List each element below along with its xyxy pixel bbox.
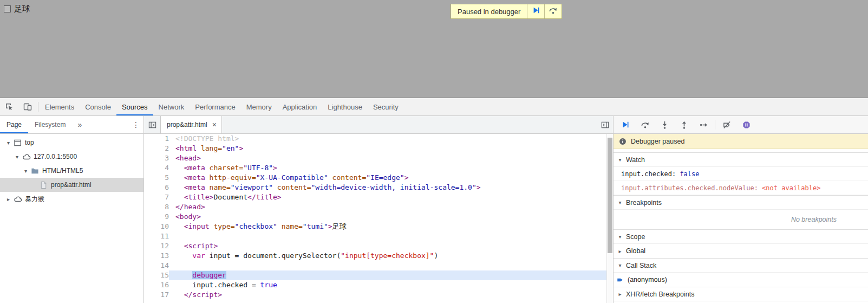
banner-resume-button[interactable] (527, 4, 544, 18)
navigator-tab-page[interactable]: Page (0, 116, 28, 133)
line-number[interactable]: 3 (144, 153, 169, 163)
tab-console[interactable]: Console (80, 98, 116, 115)
tab-application[interactable]: Application (277, 98, 323, 115)
code-text[interactable]: <script> (169, 241, 613, 251)
tab-performance[interactable]: Performance (190, 98, 240, 115)
file-tab-label: prop&attr.html (167, 121, 207, 128)
line-number[interactable]: 17 (144, 290, 169, 300)
code-text[interactable]: </head> (169, 202, 613, 212)
close-tab-icon[interactable]: × (212, 121, 217, 128)
line-number[interactable]: 15 (144, 270, 169, 280)
watch-expression[interactable]: input.attributes.checked.nodeValue: <not… (614, 181, 868, 195)
deactivate-breakpoints-button[interactable] (717, 118, 736, 132)
line-number[interactable]: 2 (144, 144, 169, 153)
tree-item-top[interactable]: ▾top (0, 136, 143, 150)
step-out-button[interactable] (674, 118, 694, 132)
code-token (175, 252, 192, 260)
banner-step-over-button[interactable] (545, 4, 562, 18)
triangle-down-icon: ▾ (617, 234, 623, 240)
inspect-element-icon[interactable] (0, 98, 18, 115)
hide-navigator-icon[interactable] (144, 116, 160, 133)
scope-section-header[interactable]: ▾ Scope (614, 230, 868, 244)
code-text[interactable] (169, 231, 613, 241)
tab-elements[interactable]: Elements (40, 98, 80, 115)
line-number[interactable]: 7 (144, 192, 169, 202)
triangle-down-icon[interactable]: ▾ (22, 168, 30, 174)
code-text[interactable]: var input = document.querySelector("inpu… (169, 251, 613, 261)
pause-on-exceptions-button[interactable] (736, 118, 756, 132)
line-number[interactable]: 14 (144, 261, 169, 270)
step-over-button[interactable] (635, 118, 655, 132)
editor-scrollbar[interactable] (606, 134, 613, 303)
watch-section-header[interactable]: ▾ Watch (614, 153, 868, 167)
line-number[interactable]: 10 (144, 222, 169, 231)
code-text[interactable]: <meta charset="UTF-8"> (169, 163, 613, 173)
triangle-down-icon[interactable]: ▾ (4, 140, 12, 146)
resume-icon (532, 7, 540, 16)
tab-security[interactable]: Security (368, 98, 404, 115)
line-number[interactable]: 8 (144, 202, 169, 212)
code-text[interactable]: <html lang="en"> (169, 144, 613, 153)
scrollbar-thumb[interactable] (608, 138, 612, 253)
device-toolbar-icon[interactable] (18, 98, 37, 115)
navigator-tab-filesystem[interactable]: Filesystem (28, 116, 72, 133)
code-text[interactable]: <head> (169, 153, 613, 163)
tree-item-HTML/HTML5[interactable]: ▾HTML/HTML5 (0, 164, 143, 178)
more-options-icon[interactable]: ⋮ (128, 116, 143, 133)
triangle-down-icon[interactable]: ▾ (13, 154, 21, 160)
devtools-panel: ElementsConsoleSourcesNetworkPerformance… (0, 98, 868, 303)
code-text[interactable]: <input type="checkbox" name="tumi">足球 (169, 222, 613, 231)
toggle-debugger-pane-icon[interactable] (597, 116, 613, 133)
code-token: var (192, 252, 205, 260)
checkbox[interactable] (4, 5, 11, 12)
tree-item-prop&attr.html[interactable]: prop&attr.html (0, 178, 143, 192)
step-into-button[interactable] (655, 118, 674, 132)
code-token: Document (213, 193, 247, 201)
resume-button[interactable] (616, 118, 635, 132)
code-text[interactable]: <title>Document</title> (169, 192, 613, 202)
file-tab[interactable]: prop&attr.html × (160, 116, 222, 133)
watch-expression[interactable]: input.checked: false (614, 167, 868, 181)
call-stack-frame[interactable]: (anonymous) (614, 273, 868, 287)
code-token: http-equiv= (205, 173, 256, 182)
code-text[interactable] (169, 261, 613, 270)
tab-sources[interactable]: Sources (116, 98, 153, 115)
code-token: > (404, 173, 409, 182)
tab-memory[interactable]: Memory (241, 98, 277, 115)
line-number[interactable]: 1 (144, 134, 169, 144)
line-number[interactable]: 4 (144, 163, 169, 173)
triangle-right-icon[interactable]: ▸ (4, 196, 12, 202)
code-text[interactable]: <body> (169, 212, 613, 222)
code-token: <meta (184, 183, 205, 191)
code-text[interactable]: input.checked = true (169, 280, 613, 290)
breakpoints-section-header[interactable]: ▾ Breakpoints (614, 196, 868, 210)
tree-item-暴力猴[interactable]: ▸暴力猴 (0, 192, 143, 206)
tree-item-127.0.0.1:5500[interactable]: ▾127.0.0.1:5500 (0, 150, 143, 164)
tab-network[interactable]: Network (153, 98, 190, 115)
call-stack-section-header[interactable]: ▾ Call Stack (614, 259, 868, 273)
section-title: Call Stack (626, 262, 656, 269)
triangle-right-icon[interactable]: ▸ (617, 248, 623, 254)
line-number[interactable]: 11 (144, 231, 169, 241)
line-number[interactable]: 9 (144, 212, 169, 222)
line-number[interactable]: 5 (144, 173, 169, 183)
code-line-17: 17 </script> (144, 290, 613, 300)
code-text[interactable]: <meta http-equiv="X-UA-Compatible" conte… (169, 173, 613, 183)
code-token: "X-UA-Compatible" (256, 173, 328, 182)
tab-lighthouse[interactable]: Lighthouse (322, 98, 368, 115)
code-line-2: 2<html lang="en"> (144, 144, 613, 153)
scope-item-global[interactable]: ▸Global (614, 244, 868, 258)
line-number[interactable]: 12 (144, 241, 169, 251)
line-number[interactable]: 16 (144, 280, 169, 290)
code-text[interactable]: <meta name="viewport" content="width=dev… (169, 183, 613, 192)
code-text[interactable]: debugger (169, 270, 613, 280)
more-tabs-icon[interactable]: » (72, 116, 87, 133)
section-title: Breakpoints (626, 199, 662, 207)
xhr-breakpoints-section-header[interactable]: ▸ XHR/fetch Breakpoints (614, 287, 868, 301)
code-text[interactable]: <!DOCTYPE html> (169, 134, 613, 144)
line-number[interactable]: 13 (144, 251, 169, 261)
step-button[interactable] (694, 118, 713, 132)
line-number[interactable]: 6 (144, 183, 169, 192)
code-editor[interactable]: 1<!DOCTYPE html>2<html lang="en">3<head>… (144, 134, 613, 303)
code-text[interactable]: </script> (169, 290, 613, 300)
